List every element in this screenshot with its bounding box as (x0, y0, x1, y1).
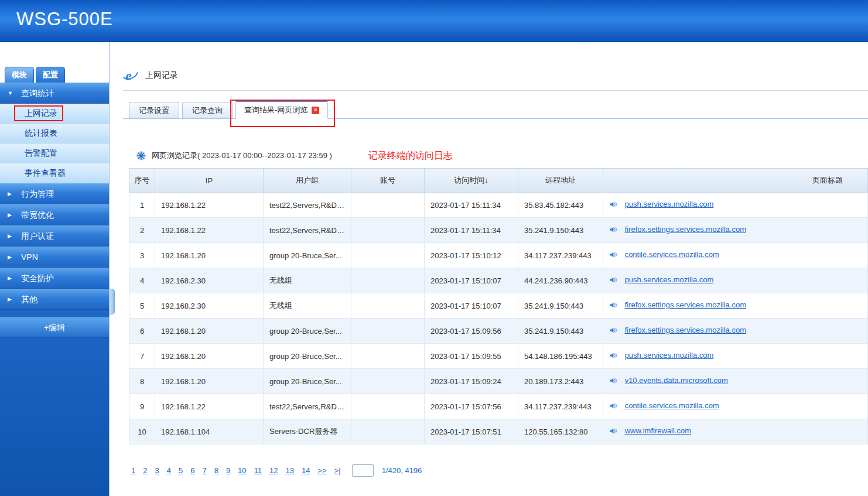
sidebar-tab-config[interactable]: 配置 (36, 67, 65, 83)
column-header[interactable]: IP (155, 169, 264, 193)
page-link[interactable]: 13 (286, 466, 294, 475)
cell-account (351, 369, 425, 394)
cell-visit-time: 2023-01-17 15:11:34 (425, 193, 518, 218)
page-link[interactable]: >> (317, 466, 326, 475)
sidebar-subitem[interactable]: 事件查看器 (0, 163, 109, 183)
column-header[interactable]: 用户组 (264, 169, 351, 193)
sidebar-menu: ▼ 查询统计 上网记录 统计报表 告警配置 事件查看器 ▶ 行为管理 (0, 83, 109, 338)
sidebar-edit-button[interactable]: +编辑 (0, 317, 109, 338)
page-title-link[interactable]: push.services.mozilla.com (625, 351, 714, 360)
cell-visit-time: 2023-01-17 15:07:51 (425, 419, 518, 444)
table-row: 5 192.168.2.30 无线组 2023-01-17 15:10:07 3… (129, 293, 868, 319)
page-title-link[interactable]: contile.services.mozilla.com (625, 250, 719, 259)
cell-ip: 192.168.1.20 (155, 344, 264, 369)
column-header[interactable]: 访问时间↓ (425, 169, 518, 193)
page-title-link[interactable]: push.services.mozilla.com (625, 275, 714, 284)
page-link[interactable]: 1 (131, 466, 135, 475)
speaker-icon (609, 326, 617, 336)
cell-remote-address: 20.189.173.2:443 (518, 369, 603, 394)
page-link[interactable]: 7 (202, 466, 206, 475)
page-title-link[interactable]: contile.services.mozilla.com (625, 401, 719, 410)
cell-ip: 192.168.2.30 (155, 268, 264, 293)
cell-page-title: contile.services.mozilla.com (603, 243, 868, 268)
sidebar-group[interactable]: ▶ 行为管理 (0, 183, 109, 204)
cell-remote-address: 44.241.236.90:443 (518, 268, 603, 293)
cell-account (351, 243, 425, 268)
page-link[interactable]: 8 (214, 466, 218, 475)
menu-group-label: 查询统计 (21, 88, 54, 98)
column-header[interactable]: 账号 (351, 169, 425, 193)
sidebar-tab-modules[interactable]: 模块 (5, 67, 34, 83)
cell-remote-address: 35.241.9.150:443 (518, 218, 603, 243)
sidebar-subitem[interactable]: 统计报表 (0, 124, 109, 143)
cell-visit-time: 2023-01-17 15:09:24 (425, 369, 518, 394)
speaker-icon (609, 402, 617, 412)
tab-record-settings[interactable]: 记录设置 (129, 102, 179, 118)
page-link[interactable]: 2 (143, 466, 147, 475)
column-header[interactable]: 序号 (129, 169, 155, 193)
cell-page-title: contile.services.mozilla.com (603, 394, 868, 419)
page-link[interactable]: 14 (302, 466, 310, 475)
triangle-right-icon: ▶ (8, 289, 12, 309)
cell-ip: 192.168.1.104 (155, 419, 264, 444)
triangle-right-icon: ▶ (8, 247, 12, 267)
cell-account (351, 394, 425, 419)
page-title-link[interactable]: www.imfirewall.com (625, 426, 691, 435)
page-title-link[interactable]: firefox.settings.services.mozilla.com (625, 300, 746, 309)
cell-visit-time: 2023-01-17 15:09:55 (425, 344, 518, 369)
table-row: 4 192.168.2.30 无线组 2023-01-17 15:10:07 4… (129, 268, 868, 293)
tab-label: 记录查询 (192, 105, 223, 116)
sidebar-subitem[interactable]: 上网记录 (0, 104, 109, 124)
cell-remote-address: 35.241.9.150:443 (518, 319, 603, 344)
cell-account (351, 268, 425, 293)
triangle-right-icon: ▶ (8, 226, 12, 246)
page-title-link[interactable]: firefox.settings.services.mozilla.com (625, 225, 746, 234)
page-link[interactable]: 5 (179, 466, 183, 475)
sidebar-group[interactable]: ▶ VPN (0, 247, 109, 268)
cell-user-group: 无线组 (264, 268, 351, 293)
table-row: 7 192.168.1.20 group 20-Bruce,Ser... 202… (129, 344, 868, 369)
table-head: 序号IP用户组账号访问时间↓远程地址页面标题 (129, 169, 868, 193)
cell-index: 4 (129, 268, 155, 293)
page-title-link[interactable]: v10.events.data.microsoft.com (625, 376, 728, 385)
record-toolbar: 网页浏览记录( 2023-01-17 00:00--2023-01-17 23:… (136, 149, 868, 162)
cell-user-group: Servers-DCR服务器 (264, 419, 351, 444)
sidebar-collapse-handle[interactable] (110, 289, 115, 314)
cell-remote-address: 34.117.237.239:443 (518, 394, 603, 419)
page-link[interactable]: 4 (167, 466, 171, 475)
column-header[interactable]: 页面标题 (603, 169, 868, 193)
sidebar-subitem[interactable]: 告警配置 (0, 143, 109, 163)
page-link[interactable]: 11 (254, 466, 262, 475)
page-link[interactable]: 3 (155, 466, 159, 475)
sidebar-group[interactable]: ▶ 用户认证 (0, 225, 109, 247)
tab-query-result-web-browsing[interactable]: 查询结果-网页浏览 ✕ (235, 101, 328, 119)
page-link[interactable]: 12 (269, 466, 278, 475)
speaker-icon (609, 200, 617, 210)
page-link[interactable]: >| (334, 466, 341, 475)
sidebar-group-query-stats[interactable]: ▼ 查询统计 (0, 83, 109, 104)
cell-ip: 192.168.1.20 (155, 319, 264, 344)
table-row: 9 192.168.1.22 test22,Servers,R&D-... 20… (129, 394, 868, 419)
page-link[interactable]: 6 (190, 466, 194, 475)
page-link[interactable]: 10 (238, 466, 246, 475)
cell-page-title: push.services.mozilla.com (603, 268, 868, 293)
cell-ip: 192.168.1.20 (155, 369, 264, 394)
cell-page-title: firefox.settings.services.mozilla.com (603, 218, 868, 243)
page-link[interactable]: 9 (226, 466, 230, 475)
close-tab-icon[interactable]: ✕ (312, 107, 319, 114)
page-title-link[interactable]: push.services.mozilla.com (625, 200, 714, 208)
tab-record-query[interactable]: 记录查询 (182, 102, 233, 118)
sidebar-tabbar: 模块 配置 (0, 42, 109, 83)
sidebar-group[interactable]: ▶ 安全防护 (0, 268, 109, 289)
sidebar-group[interactable]: ▶ 其他 (0, 289, 109, 310)
cell-user-group: test22,Servers,R&D-... (264, 193, 351, 218)
main-content: e 上网记录 记录设置 记录查询 查询结果-网页浏览 ✕ (110, 42, 868, 496)
table-row: 6 192.168.1.20 group 20-Bruce,Ser... 202… (129, 319, 868, 344)
page-title-link[interactable]: firefox.settings.services.mozilla.com (625, 326, 746, 334)
cell-user-group: group 20-Bruce,Ser... (264, 369, 351, 394)
cell-account (351, 419, 425, 444)
page-jump-input[interactable] (352, 464, 374, 477)
panel-body: 网页浏览记录( 2023-01-17 00:00--2023-01-17 23:… (123, 119, 868, 477)
sidebar-group[interactable]: ▶ 带宽优化 (0, 204, 109, 225)
column-header[interactable]: 远程地址 (518, 169, 603, 193)
